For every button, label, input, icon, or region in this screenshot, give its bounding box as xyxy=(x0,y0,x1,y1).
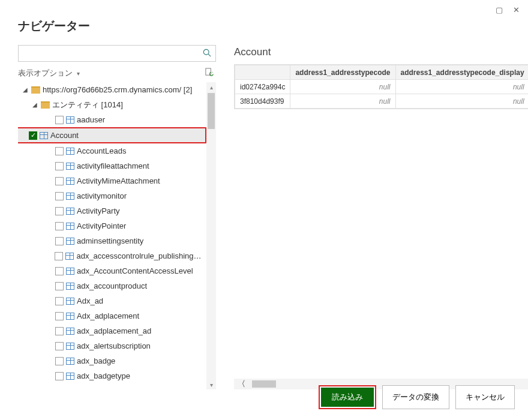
table-cell: null xyxy=(395,80,528,94)
tree-item[interactable]: adx_alertsubscription xyxy=(18,338,206,353)
tree-item[interactable]: Adx_adplacement xyxy=(18,308,206,323)
page-title: ナビゲーター xyxy=(0,0,528,45)
tree-item-label: AccountLeads xyxy=(77,146,126,155)
load-button[interactable]: 読み込み xyxy=(321,388,374,407)
table-icon xyxy=(66,268,74,275)
checkbox[interactable] xyxy=(55,297,64,305)
table-icon xyxy=(66,238,74,245)
tree-item-label: https://org76d66b25.crm.dynamics.com/ [2… xyxy=(43,85,192,94)
scroll-up-icon[interactable]: ▴ xyxy=(206,82,216,92)
search-icon[interactable] xyxy=(201,49,213,59)
checkbox[interactable]: ✓ xyxy=(29,131,37,140)
tree-item-label: aaduser xyxy=(77,115,105,124)
checkbox[interactable] xyxy=(55,312,64,320)
table-icon xyxy=(66,298,74,305)
tree-item[interactable]: activitymonitor xyxy=(18,188,206,203)
search-box[interactable] xyxy=(18,45,216,62)
tree-item[interactable]: adx_accesscontrolrule_publishingstate xyxy=(18,248,206,263)
checkbox[interactable] xyxy=(55,372,64,380)
expand-icon[interactable]: ◢ xyxy=(22,86,29,93)
tree-item[interactable]: ActivityPointer xyxy=(18,218,206,233)
tree-item[interactable]: adx_adplacement_ad xyxy=(18,323,206,338)
scroll-thumb[interactable] xyxy=(208,93,215,129)
dialog-footer: 読み込み データの変換 キャンセル xyxy=(319,385,515,409)
table-icon xyxy=(66,208,74,215)
tree-scrollbar[interactable]: ▴ ▾ xyxy=(206,82,216,389)
tree-item-label: activityfileattachment xyxy=(77,161,149,170)
checkbox[interactable] xyxy=(55,342,64,350)
table-icon xyxy=(66,223,74,230)
checkbox[interactable] xyxy=(55,282,64,290)
navigator-panel: 表示オプション ▾ ◢https://org76d66b25.crm.dynam… xyxy=(18,45,216,389)
table-row[interactable]: 3f810d4d93f9nullnull横浜市 xyxy=(235,94,529,109)
transform-data-button[interactable]: データの変換 xyxy=(382,385,449,409)
tree-item[interactable]: adminsettingsentity xyxy=(18,233,206,248)
tree-item[interactable]: adx_AccountContentAccessLevel xyxy=(18,263,206,278)
tree-item-label: adx_accesscontrolrule_publishingstate xyxy=(76,251,204,260)
scroll-left-icon[interactable]: 〈 xyxy=(234,379,248,389)
table-icon xyxy=(66,178,74,185)
tree-group[interactable]: ◢エンティティ [1014] xyxy=(18,97,206,112)
close-button[interactable]: ✕ xyxy=(510,4,522,16)
column-header[interactable] xyxy=(235,65,290,80)
entity-tree[interactable]: ◢https://org76d66b25.crm.dynamics.com/ [… xyxy=(18,82,206,389)
folder-icon xyxy=(41,101,50,109)
maximize-button[interactable]: ▢ xyxy=(493,4,505,16)
tree-root[interactable]: ◢https://org76d66b25.crm.dynamics.com/ [… xyxy=(18,82,206,97)
tree-item-label: Account xyxy=(50,131,79,140)
table-icon xyxy=(66,163,74,170)
tree-item[interactable]: adx_accountproduct xyxy=(18,278,206,293)
hscroll-thumb[interactable] xyxy=(252,380,276,388)
tree-item-label: エンティティ [1014] xyxy=(52,100,123,110)
checkbox[interactable] xyxy=(55,267,64,275)
tree-item-label: ActivityParty xyxy=(77,206,120,215)
checkbox[interactable] xyxy=(55,116,64,124)
checkbox[interactable] xyxy=(55,327,64,335)
checkbox[interactable] xyxy=(55,192,64,200)
tree-item-label: adx_AccountContentAccessLevel xyxy=(77,266,193,275)
checkbox[interactable] xyxy=(55,147,64,155)
table-icon xyxy=(66,373,74,380)
table-icon xyxy=(65,253,74,260)
table-icon xyxy=(66,148,74,155)
svg-point-0 xyxy=(203,49,209,55)
expand-icon[interactable]: ◢ xyxy=(31,101,38,108)
tree-item[interactable]: ActivityParty xyxy=(18,203,206,218)
tree-item[interactable]: activityfileattachment xyxy=(18,158,206,173)
display-options-dropdown[interactable]: 表示オプション ▾ xyxy=(18,68,80,79)
checkbox[interactable] xyxy=(55,222,64,230)
display-options-label: 表示オプション xyxy=(18,68,73,77)
column-header[interactable]: address1_addresstypecode_display xyxy=(395,65,528,80)
checkbox[interactable] xyxy=(55,357,64,365)
scroll-down-icon[interactable]: ▾ xyxy=(206,380,216,389)
tree-item-label: adx_alertsubscription xyxy=(77,341,151,350)
preview-panel: Account address1_addresstypecodeaddress1… xyxy=(234,45,528,389)
load-button-highlight: 読み込み xyxy=(319,385,376,409)
tree-item[interactable]: aaduser xyxy=(18,112,206,127)
chevron-down-icon: ▾ xyxy=(77,70,80,77)
table-cell: 3f810d4d93f9 xyxy=(235,94,290,109)
tree-item[interactable]: Adx_ad xyxy=(18,293,206,308)
tree-item[interactable]: adx_badge xyxy=(18,353,206,368)
preview-table: address1_addresstypecodeaddress1_address… xyxy=(235,65,528,109)
tree-item[interactable]: AccountLeads xyxy=(18,143,206,158)
checkbox[interactable] xyxy=(55,252,63,260)
checkbox[interactable] xyxy=(55,162,64,170)
tree-item-label: adx_badgetype xyxy=(77,371,130,380)
tree-item-label: ActivityPointer xyxy=(77,221,126,230)
tree-item[interactable]: ✓Account xyxy=(18,127,206,143)
checkbox[interactable] xyxy=(55,237,64,245)
folder-icon xyxy=(31,86,40,94)
refresh-icon[interactable] xyxy=(205,68,214,79)
table-row[interactable]: id02742a994cnullnull福岡市 xyxy=(235,80,529,94)
column-header[interactable]: address1_addresstypecode xyxy=(290,65,395,80)
search-input[interactable] xyxy=(21,46,201,61)
checkbox[interactable] xyxy=(55,207,64,215)
tree-item[interactable]: ActivityMimeAttachment xyxy=(18,173,206,188)
cancel-button[interactable]: キャンセル xyxy=(455,385,515,409)
tree-item[interactable]: adx_badgetype xyxy=(18,368,206,383)
table-cell: null xyxy=(290,80,395,94)
tree-item-label: adminsettingsentity xyxy=(77,236,143,245)
table-cell: null xyxy=(290,94,395,109)
checkbox[interactable] xyxy=(55,177,64,185)
